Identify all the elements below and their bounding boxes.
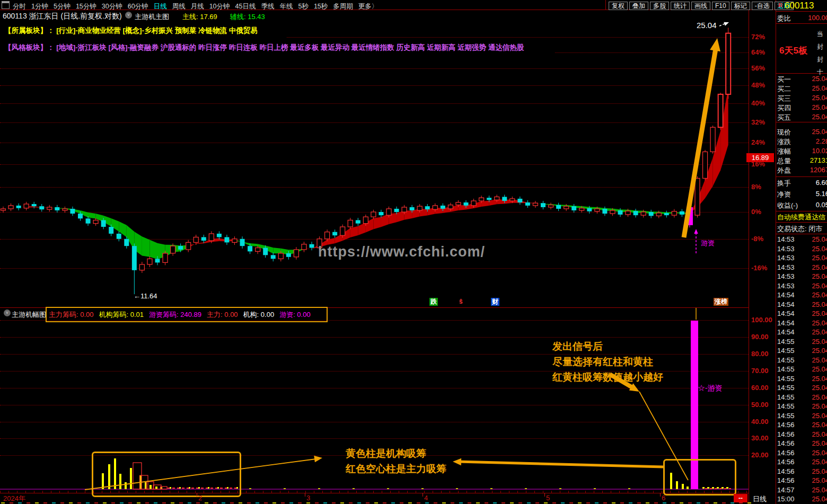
period-tabs[interactable]: 分时1分钟5分钟15分钟30分钟60分钟日线周线月线10分钟45日线季线年线5秒…	[13, 1, 383, 11]
price-marker: 16.89	[746, 153, 774, 162]
scale-label-24pct: 24%	[751, 138, 765, 146]
right-panel-divider	[776, 222, 827, 223]
auto-renew-link[interactable]: 自动续费通达信	[777, 213, 827, 222]
gridline-56pct	[0, 68, 749, 69]
tab-period-1分钟[interactable]: 1分钟	[31, 3, 48, 10]
toolbar-button-叠加[interactable]: 叠加	[629, 2, 648, 10]
chevron-down-icon[interactable]: ˅	[125, 12, 132, 19]
period-indicator[interactable]: 日线	[753, 494, 767, 504]
gridline-40pct	[0, 103, 749, 104]
tab-period-季线[interactable]: 季线	[261, 3, 274, 10]
tab-period-5秒[interactable]: 5秒	[298, 3, 308, 10]
grid-layer	[0, 0, 827, 504]
subchart-title[interactable]: 主游机幅图	[12, 310, 46, 320]
bid-1-value: 25.04	[781, 75, 827, 83]
tab-period-15秒[interactable]: 15秒	[314, 3, 328, 10]
toolbar-separator	[605, 0, 606, 10]
tab-period-周线[interactable]: 周线	[172, 3, 186, 10]
window-icon[interactable]	[2, 1, 10, 9]
axis-month-4: 4	[424, 494, 428, 502]
tab-period-年线[interactable]: 年线	[279, 3, 293, 10]
subchart-values-box	[46, 307, 328, 322]
tab-period-15分钟[interactable]: 15分钟	[76, 3, 96, 10]
toolbar-button-返回[interactable]: 返回	[775, 2, 794, 10]
right-panel-divider	[776, 234, 827, 234]
chart-badge-ŝ: ŝ	[458, 298, 464, 306]
toolbar-button-复权[interactable]: 复权	[609, 2, 628, 10]
quote-涨幅-value: 10.02	[781, 147, 827, 155]
subgridline-40	[0, 422, 749, 422]
bid-3-value: 25.04	[781, 94, 827, 102]
axis-month-3: 3	[306, 494, 310, 502]
subchart-field: 机构: 0.00	[243, 311, 275, 319]
header-row-bg	[0, 10, 749, 21]
tick-price: 25.04	[781, 319, 827, 327]
right-panel-divider	[776, 23, 827, 24]
side-note-char: 当	[817, 30, 823, 39]
right-panel-divider	[776, 176, 827, 177]
tick-price: 25.04	[781, 375, 827, 383]
weibi-value: 100.00	[781, 14, 827, 22]
tab-period-日线[interactable]: 日线	[154, 3, 167, 10]
scale-label-32pct: 32%	[751, 118, 765, 126]
tab-period-更多〉[interactable]: 更多〉	[358, 3, 379, 10]
high-price-label: 25.04	[697, 21, 717, 30]
tick-price: 25.04	[781, 486, 827, 494]
tab-period-多周期[interactable]: 多周期	[333, 3, 353, 10]
subgridline-80	[0, 354, 749, 355]
quote-总量-value: 27131	[781, 156, 827, 164]
tick-price: 25.04	[781, 384, 827, 392]
chevron-down-icon[interactable]: ˅	[4, 310, 11, 316]
streak-badge: 6天5板	[779, 45, 807, 57]
industry-plates-line[interactable]: 【所属板块】： [行业]-商业物业经营 [概念]-乡村振兴 预制菜 冷链物流 中…	[4, 26, 258, 36]
tab-period-分时[interactable]: 分时	[13, 3, 26, 10]
subgridline-70	[0, 371, 749, 372]
toolbar-button--自选[interactable]: -自选	[752, 2, 773, 10]
tab-period-月线[interactable]: 月线	[191, 3, 204, 10]
gridline--16pct	[0, 268, 749, 269]
tdx-window: 16.89 -- 分时1分钟5分钟15分钟30分钟60分钟日线周线月线10分钟4…	[0, 0, 827, 504]
toolbar-button-F10[interactable]: F10	[712, 2, 729, 10]
main-indicator-name[interactable]: 主游机主图	[135, 12, 169, 22]
tick-price: 25.04	[781, 338, 827, 346]
subscale-label-20: 20.00	[751, 451, 769, 459]
subgridline-60	[0, 388, 749, 388]
star-signal-label: ☆-游资	[698, 384, 723, 393]
scale-label-0pct: 0%	[751, 208, 761, 216]
scale-label-64pct: 64%	[751, 48, 765, 56]
gridline-0pct	[0, 212, 749, 213]
tick-price: 25.04	[781, 245, 827, 253]
tick-price: 25.04	[781, 467, 827, 475]
toolbar-button-多股[interactable]: 多股	[650, 2, 669, 10]
tab-period-10分钟[interactable]: 10分钟	[209, 3, 230, 10]
panel-divider	[0, 307, 749, 308]
tick-price: 25.04	[781, 272, 827, 280]
toolbar-button-统计[interactable]: 统计	[671, 2, 690, 10]
subchart-fields: 主力筹码: 0.00机构筹码: 0.01游资筹码: 240.89主力: 0.00…	[49, 310, 316, 320]
tick-price: 25.04	[781, 439, 827, 447]
subscale-label-90: 90.00	[751, 333, 769, 341]
tab-period-30分钟[interactable]: 30分钟	[102, 3, 122, 10]
tick-price: 25.04	[781, 412, 827, 420]
subgridline-50	[0, 405, 749, 405]
subscale-label-30: 30.00	[751, 434, 769, 442]
style-plates-line[interactable]: 【风格板块】： [地域]-浙江板块 [风格]-融资融券 沪股通标的 昨日涨停 昨…	[4, 43, 524, 52]
chart-badge-跌: 跌	[429, 298, 438, 306]
quote-外盘-value: 12067	[781, 166, 827, 174]
subscale-label-50: 50.00	[751, 401, 769, 409]
tab-period-45日线[interactable]: 45日线	[235, 3, 256, 10]
tick-price: 25.04	[781, 421, 827, 429]
low-price-label: ←11.64	[134, 292, 157, 300]
side-note-char: 封	[817, 55, 823, 64]
axis-minor-ticks	[0, 491, 749, 493]
toolbar-button-标记[interactable]: 标记	[731, 2, 750, 10]
signal-note-line: 尽量选择有红柱和黄柱	[552, 355, 653, 369]
tick-price: 25.04	[781, 328, 827, 336]
tab-period-5分钟[interactable]: 5分钟	[54, 3, 71, 10]
subchart-field: 主力筹码: 0.00	[49, 311, 94, 319]
axis-overflow-marker[interactable]: --	[734, 494, 747, 502]
tab-period-60分钟[interactable]: 60分钟	[128, 3, 148, 10]
scale-separator	[749, 10, 749, 504]
toolbar-button-画线[interactable]: 画线	[691, 2, 710, 10]
toolbar-buttons[interactable]: 复权叠加多股统计画线F10标记-自选返回	[609, 1, 795, 10]
